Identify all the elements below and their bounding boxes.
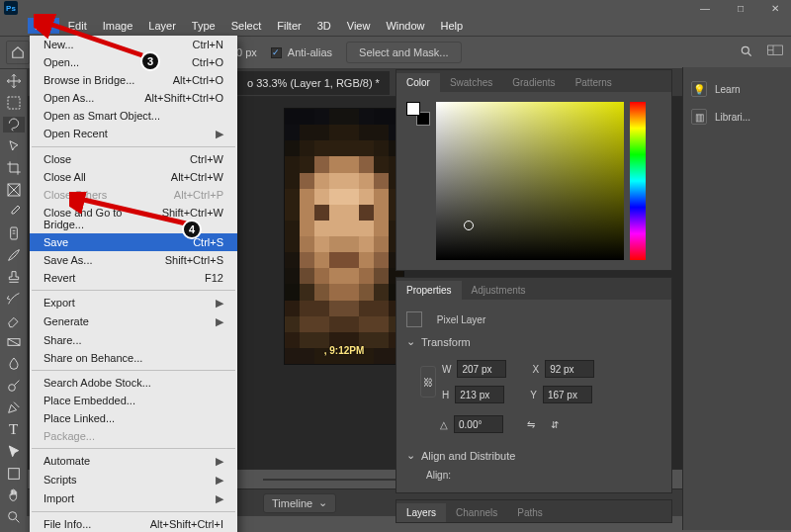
healing-tool-icon[interactable]: [3, 225, 25, 241]
menu-type[interactable]: Type: [185, 18, 222, 34]
hue-slider[interactable]: [630, 102, 646, 260]
menu-window[interactable]: Window: [379, 18, 431, 34]
quick-select-tool-icon[interactable]: [3, 138, 25, 154]
path-select-tool-icon[interactable]: [3, 444, 25, 460]
menu-image[interactable]: Image: [96, 18, 140, 34]
lasso-tool-icon[interactable]: [3, 117, 25, 133]
select-and-mask-button[interactable]: Select and Mask...: [346, 42, 462, 63]
height-input[interactable]: [455, 386, 504, 403]
document-tab[interactable]: o 33.3% (Layer 1, RGB/8) *: [237, 71, 390, 95]
tab-adjustments[interactable]: Adjustments: [462, 281, 536, 300]
menu-item-browse-in-bridge[interactable]: Browse in Bridge...Alt+Ctrl+O: [30, 71, 237, 89]
menu-filter[interactable]: Filter: [270, 18, 308, 34]
canvas[interactable]: , 9:12PM: [285, 109, 403, 364]
width-input[interactable]: [457, 360, 506, 378]
menu-item-close-and-go-to-bridge[interactable]: Close and Go to Bridge...Shift+Ctrl+W: [30, 204, 237, 233]
annotation-badge-3: 3: [140, 51, 160, 71]
menu-help[interactable]: Help: [434, 18, 471, 34]
menu-layer[interactable]: Layer: [141, 18, 183, 34]
menu-item-file-info[interactable]: File Info...Alt+Shift+Ctrl+I: [30, 515, 237, 532]
window-minimize-button[interactable]: —: [700, 3, 710, 14]
menu-item-revert[interactable]: RevertF12: [30, 269, 237, 287]
menu-item-label: Export: [44, 297, 75, 310]
home-icon[interactable]: [6, 41, 30, 64]
tab-gradients[interactable]: Gradients: [502, 73, 565, 92]
menu-separator: [32, 370, 235, 371]
color-picker-handle[interactable]: [464, 221, 474, 230]
menu-item-close-all[interactable]: Close AllAlt+Ctrl+W: [30, 168, 237, 186]
menu-item-export[interactable]: Export▶: [30, 294, 237, 312]
shape-tool-icon[interactable]: [3, 466, 25, 482]
tab-patterns[interactable]: Patterns: [566, 73, 622, 92]
brush-tool-icon[interactable]: [3, 247, 25, 263]
menu-item-search-adobe-stock[interactable]: Search Adobe Stock...: [30, 374, 237, 392]
window-close-button[interactable]: ✕: [771, 3, 779, 14]
menu-item-label: Package...: [44, 430, 95, 442]
eraser-tool-icon[interactable]: [3, 312, 25, 328]
history-brush-tool-icon[interactable]: [3, 291, 25, 307]
marquee-tool-icon[interactable]: [3, 95, 25, 111]
learn-panel-button[interactable]: 💡Learn: [683, 75, 791, 103]
menu-item-open-as-smart-object[interactable]: Open as Smart Object...: [30, 107, 237, 125]
menu-item-share[interactable]: Share...: [30, 331, 237, 349]
hand-tool-icon[interactable]: [3, 488, 25, 503]
menu-item-new[interactable]: New...Ctrl+N: [30, 36, 237, 53]
menu-item-share-on-behance[interactable]: Share on Behance...: [30, 349, 237, 367]
search-icon[interactable]: [740, 44, 753, 60]
tab-paths[interactable]: Paths: [507, 503, 553, 522]
menu-item-save-as[interactable]: Save As...Shift+Ctrl+S: [30, 251, 237, 269]
tab-layers[interactable]: Layers: [396, 503, 446, 522]
menu-3d[interactable]: 3D: [310, 18, 338, 34]
tab-properties[interactable]: Properties: [396, 281, 462, 300]
menu-item-open-recent[interactable]: Open Recent▶: [30, 125, 237, 143]
menu-file[interactable]: File: [28, 18, 59, 34]
crop-tool-icon[interactable]: [3, 160, 25, 176]
tab-channels[interactable]: Channels: [446, 503, 507, 522]
tab-color[interactable]: Color: [396, 73, 440, 92]
stamp-tool-icon[interactable]: [3, 269, 25, 285]
eyedropper-tool-icon[interactable]: [3, 204, 25, 220]
libraries-panel-button[interactable]: ▥Librari...: [683, 103, 791, 131]
angle-input[interactable]: [454, 415, 503, 433]
chevron-down-icon[interactable]: ⌄: [406, 335, 415, 348]
menu-item-place-linked[interactable]: Place Linked...: [30, 409, 237, 427]
type-tool-icon[interactable]: T: [3, 421, 25, 438]
move-tool-icon[interactable]: [3, 73, 25, 89]
workspace-icon[interactable]: [767, 44, 783, 60]
chevron-down-icon[interactable]: ⌄: [406, 449, 415, 462]
tab-swatches[interactable]: Swatches: [440, 73, 502, 92]
menu-view[interactable]: View: [340, 18, 378, 34]
blur-tool-icon[interactable]: [3, 356, 25, 372]
menu-item-generate[interactable]: Generate▶: [30, 312, 237, 331]
x-input[interactable]: [545, 360, 594, 378]
menu-item-shortcut: Ctrl+S: [193, 236, 223, 248]
pen-tool-icon[interactable]: [3, 399, 25, 415]
zoom-tool-icon[interactable]: [3, 509, 25, 525]
anti-alias-checkbox[interactable]: ✓: [271, 47, 282, 58]
flip-v-icon[interactable]: ⇵: [551, 419, 559, 430]
timeline-dropdown[interactable]: Timeline ⌄: [263, 493, 336, 513]
link-wh-icon[interactable]: ⛓: [420, 366, 436, 398]
menu-item-place-embedded[interactable]: Place Embedded...: [30, 392, 237, 409]
y-input[interactable]: [543, 386, 592, 403]
menu-item-scripts[interactable]: Scripts▶: [30, 471, 237, 489]
color-picker-field[interactable]: [436, 102, 624, 260]
frame-tool-icon[interactable]: [3, 182, 25, 198]
menu-item-automate[interactable]: Automate▶: [30, 452, 237, 471]
menu-item-label: Open...: [44, 56, 79, 68]
menu-item-open[interactable]: Open...Ctrl+O: [30, 53, 237, 71]
gradient-tool-icon[interactable]: [3, 334, 25, 350]
menu-item-label: Revert: [44, 272, 75, 284]
menu-edit[interactable]: Edit: [61, 18, 94, 34]
menu-item-label: Generate: [44, 315, 89, 328]
fg-bg-color-swatches[interactable]: [406, 102, 430, 126]
menu-item-import[interactable]: Import▶: [30, 489, 237, 508]
dodge-tool-icon[interactable]: [3, 378, 25, 394]
flip-h-icon[interactable]: ⇋: [527, 419, 535, 430]
menu-item-close[interactable]: CloseCtrl+W: [30, 150, 237, 168]
menu-item-open-as[interactable]: Open As...Alt+Shift+Ctrl+O: [30, 89, 237, 107]
window-maximize-button[interactable]: □: [738, 3, 744, 14]
menu-select[interactable]: Select: [224, 18, 269, 34]
properties-panel: Properties Adjustments Pixel Layer ⌄Tran…: [396, 277, 672, 493]
menu-item-save[interactable]: SaveCtrl+S: [30, 233, 237, 251]
